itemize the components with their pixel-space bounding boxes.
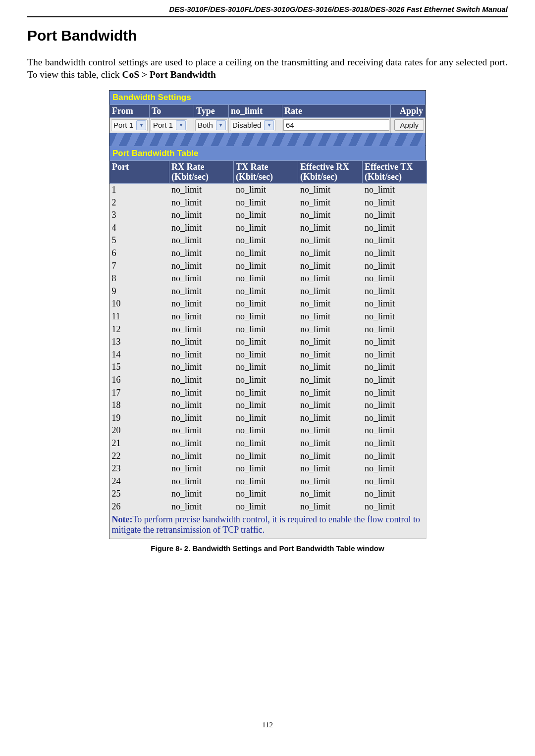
bw-col-port: Port	[110, 160, 169, 183]
table-cell-etx: no_limit	[363, 323, 427, 336]
table-row: 3no_limitno_limitno_limitno_limit	[110, 209, 427, 222]
table-cell-rx: no_limit	[169, 247, 234, 260]
table-cell-etx: no_limit	[363, 260, 427, 273]
table-cell-port: 2	[110, 197, 169, 209]
table-cell-rx: no_limit	[169, 222, 234, 235]
nolimit-select[interactable]: Disabled ▾	[230, 119, 275, 131]
table-cell-erx: no_limit	[298, 247, 363, 260]
table-cell-port: 4	[110, 222, 169, 235]
table-cell-port: 3	[110, 209, 169, 222]
chevron-down-icon: ▾	[264, 120, 274, 130]
table-cell-rx: no_limit	[169, 272, 234, 285]
table-row: 25no_limitno_limitno_limitno_limit	[110, 488, 427, 501]
table-cell-etx: no_limit	[363, 197, 427, 209]
chevron-down-icon: ▾	[216, 120, 226, 130]
table-cell-erx: no_limit	[298, 361, 363, 374]
type-select-value: Both	[198, 121, 213, 129]
settings-header: Bandwidth Settings	[109, 91, 426, 104]
table-cell-tx: no_limit	[234, 247, 298, 260]
table-cell-etx: no_limit	[363, 374, 427, 387]
table-cell-etx: no_limit	[363, 285, 427, 298]
table-cell-tx: no_limit	[234, 450, 298, 463]
table-cell-rx: no_limit	[169, 501, 234, 513]
settings-col-to: To	[150, 104, 194, 117]
table-cell-tx: no_limit	[234, 222, 298, 235]
table-cell-erx: no_limit	[298, 272, 363, 285]
type-select[interactable]: Both ▾	[195, 119, 227, 131]
bw-col-etx: Effective TX (Kbit/sec)	[363, 160, 427, 183]
bandwidth-panel: Bandwidth Settings From To Type no_limit…	[109, 90, 426, 539]
table-cell-rx: no_limit	[169, 234, 234, 247]
table-cell-port: 9	[110, 285, 169, 298]
table-cell-etx: no_limit	[363, 475, 427, 488]
table-cell-erx: no_limit	[298, 437, 363, 450]
settings-col-nolimit: no_limit	[229, 104, 282, 117]
table-row: 18no_limitno_limitno_limitno_limit	[110, 399, 427, 412]
table-cell-rx: no_limit	[169, 462, 234, 475]
from-select[interactable]: Port 1 ▾	[111, 119, 148, 131]
intro-paragraph: The bandwidth control settings are used …	[27, 56, 508, 81]
table-cell-erx: no_limit	[298, 222, 363, 235]
table-row: 9no_limitno_limitno_limitno_limit	[110, 285, 427, 298]
table-cell-port: 11	[110, 310, 169, 323]
nolimit-select-value: Disabled	[232, 121, 261, 129]
table-row: 2no_limitno_limitno_limitno_limit	[110, 197, 427, 209]
table-row: 19no_limitno_limitno_limitno_limit	[110, 412, 427, 425]
table-cell-etx: no_limit	[363, 184, 427, 197]
table-cell-erx: no_limit	[298, 298, 363, 310]
to-select[interactable]: Port 1 ▾	[151, 119, 187, 131]
table-cell-tx: no_limit	[234, 387, 298, 400]
table-cell-erx: no_limit	[298, 399, 363, 412]
table-row: 21no_limitno_limitno_limitno_limit	[110, 437, 427, 450]
table-row: 12no_limitno_limitno_limitno_limit	[110, 323, 427, 336]
table-cell-tx: no_limit	[234, 349, 298, 361]
table-cell-rx: no_limit	[169, 475, 234, 488]
table-cell-rx: no_limit	[169, 310, 234, 323]
table-cell-erx: no_limit	[298, 323, 363, 336]
table-cell-etx: no_limit	[363, 399, 427, 412]
table-cell-port: 25	[110, 488, 169, 501]
table-cell-erx: no_limit	[298, 336, 363, 349]
table-cell-port: 22	[110, 450, 169, 463]
table-cell-rx: no_limit	[169, 488, 234, 501]
table-row: 22no_limitno_limitno_limitno_limit	[110, 450, 427, 463]
bw-col-erx: Effective RX (Kbit/sec)	[298, 160, 363, 183]
table-cell-tx: no_limit	[234, 361, 298, 374]
table-row: 17no_limitno_limitno_limitno_limit	[110, 387, 427, 400]
apply-button[interactable]: Apply	[394, 119, 424, 131]
table-cell-tx: no_limit	[234, 399, 298, 412]
rate-input[interactable]: 64	[283, 119, 389, 131]
decorative-wave	[109, 133, 426, 147]
note-text: To perform precise bandwidth control, it…	[112, 514, 421, 535]
table-cell-erx: no_limit	[298, 197, 363, 209]
table-cell-port: 10	[110, 298, 169, 310]
table-cell-port: 24	[110, 475, 169, 488]
table-cell-etx: no_limit	[363, 462, 427, 475]
table-row: 5no_limitno_limitno_limitno_limit	[110, 234, 427, 247]
table-cell-tx: no_limit	[234, 424, 298, 437]
intro-path: CoS > Port Bandwidth	[122, 69, 215, 80]
bandwidth-note: Note:To perform precise bandwidth contro…	[110, 513, 427, 539]
table-cell-tx: no_limit	[234, 374, 298, 387]
table-cell-rx: no_limit	[169, 285, 234, 298]
table-row: 14no_limitno_limitno_limitno_limit	[110, 349, 427, 361]
table-cell-rx: no_limit	[169, 298, 234, 310]
table-cell-tx: no_limit	[234, 437, 298, 450]
table-cell-etx: no_limit	[363, 222, 427, 235]
table-cell-etx: no_limit	[363, 310, 427, 323]
table-cell-etx: no_limit	[363, 209, 427, 222]
table-cell-rx: no_limit	[169, 424, 234, 437]
table-cell-port: 17	[110, 387, 169, 400]
table-cell-etx: no_limit	[363, 349, 427, 361]
table-cell-port: 20	[110, 424, 169, 437]
table-cell-erx: no_limit	[298, 475, 363, 488]
table-cell-etx: no_limit	[363, 336, 427, 349]
table-cell-erx: no_limit	[298, 488, 363, 501]
table-cell-tx: no_limit	[234, 260, 298, 273]
table-row: 26no_limitno_limitno_limitno_limit	[110, 501, 427, 513]
table-cell-port: 14	[110, 349, 169, 361]
table-cell-erx: no_limit	[298, 450, 363, 463]
table-cell-tx: no_limit	[234, 488, 298, 501]
table-cell-tx: no_limit	[234, 197, 298, 209]
table-cell-rx: no_limit	[169, 361, 234, 374]
